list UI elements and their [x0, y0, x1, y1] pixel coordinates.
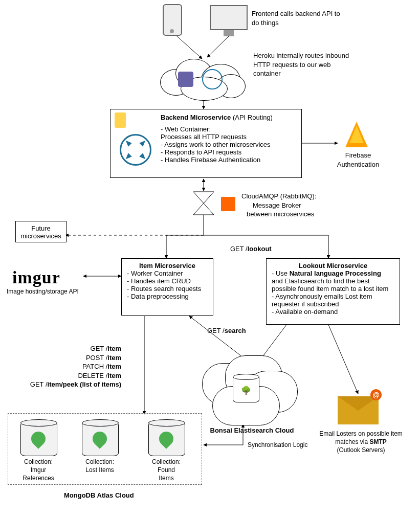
item-l1: - Worker Container — [127, 269, 208, 277]
col3-label: Collection:FoundItems — [141, 458, 192, 483]
backend-l1b: Processes all HTTP requests — [161, 133, 296, 141]
lookout-title: Lookout Microservice — [272, 262, 394, 269]
frontend-caption: Frontend calls backend API to do things — [252, 9, 344, 27]
collection-lost-icon — [82, 422, 119, 456]
item-crud-label: GET /item POST /item PATCH /item DELETE … — [27, 344, 121, 389]
heroku-caption: Heroku internally routes inbound HTTP re… — [253, 51, 356, 78]
bonsai-label: Bonsai Elastisearch Cloud — [205, 426, 299, 435]
firebase-icon — [345, 122, 368, 147]
mobile-device-icon — [163, 4, 182, 36]
item-l4: - Data preprocessing — [127, 293, 208, 300]
firebase-label: Firebase Authentication — [330, 151, 386, 169]
at-icon: @ — [370, 389, 382, 400]
future-label: Future microservices — [20, 224, 61, 240]
collection-found-icon — [148, 422, 185, 456]
collection-imgur-icon — [20, 422, 57, 456]
router-icon — [120, 134, 151, 166]
svg-marker-5 — [193, 192, 214, 215]
lookout-microservice-box: Lookout Microservice - Use Natural langu… — [266, 258, 400, 325]
email-icon: @ — [338, 396, 379, 424]
lookout-edge-label: GET /lookout — [230, 244, 272, 254]
backend-l3: - Responds to API requests — [161, 148, 296, 156]
backend-microservice-box: Backend Microservice (API Routing) - Web… — [110, 109, 302, 178]
heroku-cloud — [160, 59, 247, 100]
future-microservices-box: Future microservices — [15, 221, 67, 242]
svg-line-0 — [176, 36, 202, 59]
router-mini-icon — [202, 69, 223, 89]
col1-label: Collection:ImgurReferences — [13, 458, 64, 483]
gopher-icon — [115, 113, 126, 128]
backend-l1: - Web Container: — [161, 125, 296, 133]
item-title: Item Microservice — [127, 262, 208, 269]
backend-l4: - Handles Firebase Authentication — [161, 156, 296, 164]
heroku-icon — [178, 72, 193, 87]
backend-title-suffix: (API Routing) — [233, 114, 273, 121]
rabbitmq-icon — [221, 197, 235, 211]
item-microservice-box: Item Microservice - Worker Container - H… — [121, 258, 213, 316]
sync-label: Synchronisation Logic — [248, 441, 307, 449]
search-edge-label: GET /search — [207, 326, 246, 335]
backend-l2: - Assigns work to other microservices — [161, 141, 296, 148]
amqp-caption: CloudAMQP (RabbitMQ): Message Broker bet… — [241, 192, 344, 219]
smtp-caption: Email Losters on possible item matches v… — [316, 430, 406, 455]
backend-title: Backend Microservice — [161, 114, 231, 121]
elasticsearch-icon: 🌳 — [233, 376, 259, 402]
col2-label: Collection:Lost Items — [74, 458, 125, 474]
item-l2: - Handles item CRUD — [127, 277, 208, 285]
desktop-device-icon — [210, 5, 248, 30]
imgur-caption: Image hosting/storage API — [7, 287, 79, 296]
imgur-logo: imgur — [12, 266, 60, 289]
mongodb-title: MongoDB Atlas Cloud — [64, 491, 134, 500]
svg-line-1 — [207, 36, 229, 57]
item-l3: - Routes search requests — [127, 285, 208, 293]
